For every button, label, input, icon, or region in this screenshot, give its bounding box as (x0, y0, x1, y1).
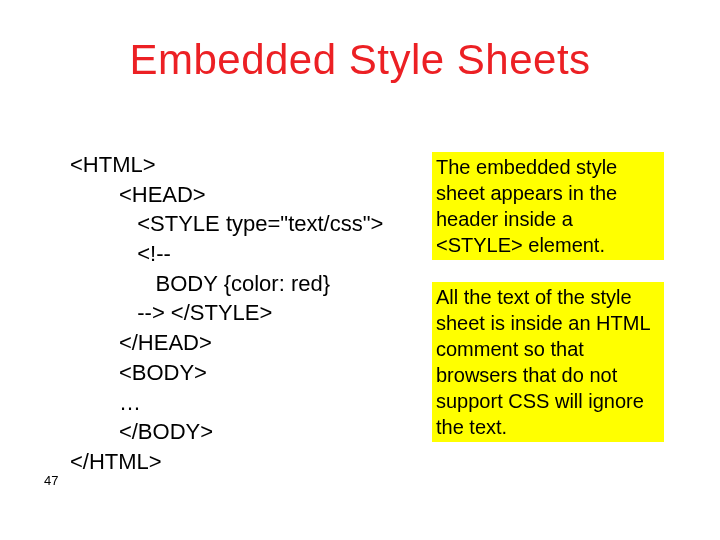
callout-note-2: All the text of the style sheet is insid… (432, 282, 664, 442)
code-line: <HEAD> (70, 182, 206, 207)
code-line: BODY {color: red} (70, 271, 330, 296)
page-number: 47 (44, 473, 58, 488)
code-line: --> </STYLE> (70, 300, 272, 325)
code-line: </HTML> (70, 449, 162, 474)
code-block: <HTML> <HEAD> <STYLE type="text/css"> <!… (70, 150, 383, 477)
code-line: <HTML> (70, 152, 156, 177)
code-line: </BODY> (70, 419, 213, 444)
code-line: </HEAD> (70, 330, 212, 355)
code-line: … (70, 390, 141, 415)
slide: Embedded Style Sheets <HTML> <HEAD> <STY… (0, 0, 720, 540)
callout-note-1: The embedded style sheet appears in the … (432, 152, 664, 260)
code-line: <BODY> (70, 360, 207, 385)
slide-title: Embedded Style Sheets (0, 36, 720, 84)
code-line: <!-- (70, 241, 171, 266)
code-line: <STYLE type="text/css"> (70, 211, 383, 236)
